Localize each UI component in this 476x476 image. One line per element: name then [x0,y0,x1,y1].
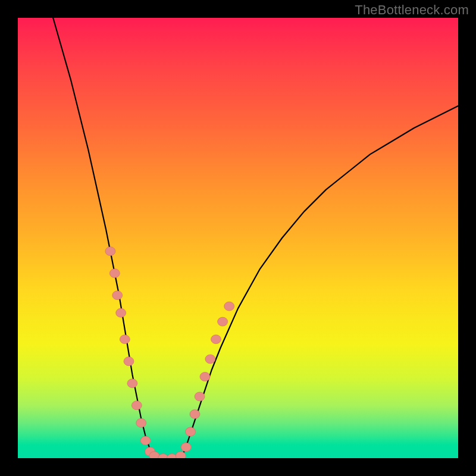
data-point [190,410,200,419]
data-point [167,454,177,459]
data-point [124,357,134,366]
data-point [140,436,151,445]
plot-area [18,18,458,458]
data-point [109,269,120,278]
data-point [195,392,205,401]
chart-frame: TheBottleneck.com [0,0,476,476]
data-point [112,291,123,300]
watermark-text: TheBottleneck.com [355,2,469,18]
data-point [131,401,142,410]
data-point [158,454,168,459]
data-point [181,443,191,452]
line-group [53,18,458,458]
chart-overlay-svg [18,18,458,458]
data-point [224,302,234,311]
dots-group [105,247,234,458]
data-point [218,317,228,326]
data-point [105,247,115,256]
data-point [186,427,196,436]
data-point [116,308,126,317]
data-point [205,355,215,364]
bottleneck-curve [53,18,458,458]
data-point [200,372,210,381]
data-point [120,335,130,344]
data-point [211,335,221,344]
data-point [136,418,146,427]
data-point [127,379,137,388]
